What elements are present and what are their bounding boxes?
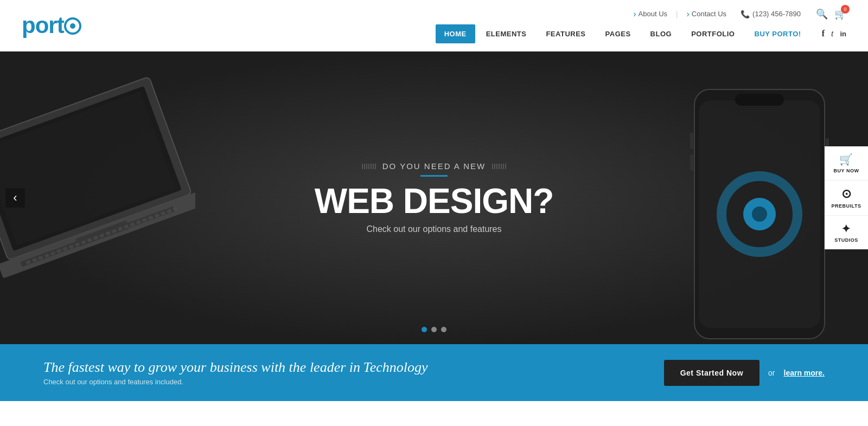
svg-rect-38	[690, 133, 693, 149]
hero-subtitle-row: DO YOU NEED A NEW	[315, 162, 554, 171]
side-panel: 🛒 BUY NOW ⊙ PREBUILTS ✦ STUDIOS	[825, 146, 868, 249]
phone-icon: 📞	[741, 10, 750, 18]
slider-dot-3[interactable]	[441, 327, 446, 332]
nav-item-blog[interactable]: BLOG	[642, 24, 681, 43]
hero-section: DO YOU NEED A NEW WEB DESIGN? Check out …	[0, 51, 868, 344]
nav-item-buy-porto[interactable]: BUY PORTO!	[746, 24, 810, 43]
facebook-icon[interactable]: f	[822, 29, 825, 38]
cart-button[interactable]: 🛒 0	[834, 8, 846, 20]
hero-subtitle: DO YOU NEED A NEW	[382, 162, 486, 171]
top-icons: 🔍 🛒 0	[816, 8, 846, 20]
hero-right-lines	[492, 164, 506, 169]
logo-text: port	[22, 12, 81, 38]
top-links: About Us | Contact Us 📞 (123) 456-7890 🔍…	[633, 8, 846, 20]
hero-phone-image	[684, 84, 835, 344]
cart-side-icon: 🛒	[839, 153, 853, 166]
banner-heading-dynamic: Technology	[363, 359, 428, 375]
hero-left-lines	[362, 164, 376, 169]
linkedin-icon[interactable]: in	[840, 30, 846, 38]
banner-text-area: The fastest way to grow your business wi…	[43, 359, 428, 386]
nav-item-pages[interactable]: PAGES	[597, 24, 640, 43]
learn-more-link[interactable]: learn more.	[784, 369, 825, 377]
studios-label: STUDIOS	[834, 237, 858, 243]
top-bar: port About Us | Contact Us 📞 (123) 456-7…	[0, 0, 868, 51]
banner-heading: The fastest way to grow your business wi…	[43, 359, 428, 376]
nav-row: HOME ELEMENTS FEATURES PAGES BLOG PORTFO…	[436, 24, 846, 43]
social-links: f t in	[822, 29, 846, 38]
nav-item-home[interactable]: HOME	[436, 24, 475, 43]
banner-actions: Get Started Now or learn more.	[664, 360, 825, 386]
banner-or-text: or	[768, 369, 775, 377]
hero-title: WEB DESIGN?	[315, 183, 554, 220]
hero-content: DO YOU NEED A NEW WEB DESIGN? Check out …	[315, 162, 554, 234]
slider-dot-2[interactable]	[431, 327, 437, 332]
twitter-icon[interactable]: t	[831, 29, 833, 38]
search-button[interactable]: 🔍	[816, 8, 828, 20]
hero-laptop-image	[0, 62, 195, 290]
slider-dots	[422, 327, 446, 332]
studios-icon: ✦	[841, 222, 851, 235]
contact-us-link[interactable]: Contact Us	[686, 9, 726, 19]
svg-rect-39	[690, 154, 693, 171]
svg-rect-33	[735, 94, 784, 106]
slider-dot-1[interactable]	[422, 327, 427, 332]
slider-prev-button[interactable]: ‹	[5, 188, 25, 208]
bottom-banner: The fastest way to grow your business wi…	[0, 344, 868, 401]
get-started-button[interactable]: Get Started Now	[664, 360, 760, 386]
top-right-area: About Us | Contact Us 📞 (123) 456-7890 🔍…	[436, 8, 846, 43]
logo[interactable]: port	[22, 12, 81, 38]
buy-now-label: BUY NOW	[834, 168, 859, 173]
hero-title-underline	[420, 175, 448, 177]
hero-description: Check out our options and features	[315, 224, 554, 234]
banner-subtext: Check out our options and features inclu…	[43, 378, 428, 386]
phone-number: 📞 (123) 456-7890	[741, 10, 801, 18]
nav-item-elements[interactable]: ELEMENTS	[477, 24, 535, 43]
svg-point-36	[752, 206, 767, 222]
side-panel-studios[interactable]: ✦ STUDIOS	[825, 216, 868, 249]
divider: |	[676, 10, 678, 18]
side-panel-buy-now[interactable]: 🛒 BUY NOW	[825, 146, 868, 180]
cart-badge: 0	[841, 5, 850, 14]
nav-item-features[interactable]: FEATURES	[537, 24, 594, 43]
search-icon: 🔍	[816, 9, 828, 20]
prebuilts-label: PREBUILTS	[832, 203, 861, 209]
nav-item-portfolio[interactable]: PORTFOLIO	[682, 24, 743, 43]
prebuilts-icon: ⊙	[841, 187, 852, 201]
side-panel-prebuilts[interactable]: ⊙ PREBUILTS	[825, 180, 868, 216]
main-nav: HOME ELEMENTS FEATURES PAGES BLOG PORTFO…	[436, 24, 810, 43]
about-us-link[interactable]: About Us	[633, 9, 667, 19]
